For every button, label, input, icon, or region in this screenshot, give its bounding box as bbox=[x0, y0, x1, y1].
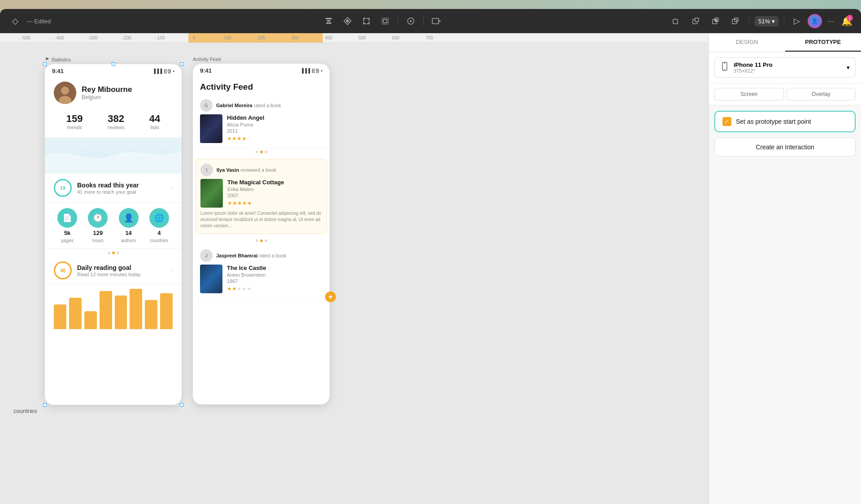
daily-goal-title: Daily reading goal bbox=[77, 264, 131, 271]
canvas-area[interactable]: -500 -400 -300 -200 -100 0 100 200 300 4… bbox=[0, 33, 709, 504]
overlay-button[interactable]: Overlay bbox=[787, 88, 856, 100]
canvas-viewport[interactable]: countries ⚑ Statistics bbox=[0, 43, 709, 504]
activity-user-2: I Ilya Vasin reviewed a book bbox=[200, 164, 322, 176]
activity-dot-5 bbox=[260, 239, 263, 242]
stat-lists: 44 lists bbox=[149, 113, 160, 130]
view-type-buttons: Screen Overlay bbox=[709, 83, 861, 105]
frame-statistics[interactable]: ⚑ Statistics 9:41 ▐▐ bbox=[45, 56, 182, 405]
pages-icon[interactable]: 📄 bbox=[57, 208, 77, 228]
ruler-tick: 200 bbox=[244, 35, 278, 40]
activity-dots-1 bbox=[193, 148, 330, 156]
countries-label-text: countries bbox=[150, 238, 169, 243]
hours-stat: 🕐 129 hours bbox=[88, 208, 108, 243]
profile-section: Rey Mibourne Belgium bbox=[45, 76, 182, 109]
home-icon[interactable]: ◇ bbox=[7, 13, 23, 29]
activity-dot-1 bbox=[256, 151, 258, 153]
reading-goal: 19 Books read this year 41 more to reach… bbox=[45, 174, 182, 203]
hidden-angel-year: 2011 bbox=[227, 128, 322, 134]
resize-tool-icon[interactable] bbox=[428, 13, 444, 29]
zoom-selector[interactable]: 51% ▾ bbox=[755, 16, 778, 26]
prototype-start-label: Set as prototype start point bbox=[736, 118, 811, 125]
handle-bl[interactable] bbox=[43, 403, 47, 407]
prototype-start-point[interactable]: ✓ Set as prototype start point bbox=[714, 111, 856, 132]
profile-avatar bbox=[54, 82, 76, 104]
selection-tool-icon[interactable] bbox=[377, 13, 393, 29]
status-time: 9:41 bbox=[52, 68, 64, 74]
ruler-tick: 600 bbox=[379, 35, 413, 40]
boolean-intersect-icon[interactable] bbox=[708, 13, 724, 29]
countries-icon[interactable]: 🌐 bbox=[149, 208, 169, 228]
profile-name: Rey Mibourne bbox=[82, 85, 132, 94]
statistics-frame-label: ⚑ Statistics bbox=[45, 56, 182, 62]
magical-cottage-author: Erika Mateo bbox=[227, 187, 322, 192]
more-button[interactable]: ··· bbox=[826, 15, 836, 28]
panel-tabs: DESIGN PROTOTYPE bbox=[709, 33, 861, 52]
frame-activity[interactable]: Activity Feed 9:41 ▐▐▐ ((·)) ▪ bbox=[193, 56, 330, 404]
daily-goal-info: Daily reading goal Read 12 more minutes … bbox=[77, 264, 140, 277]
ice-castle-cover bbox=[200, 265, 222, 293]
tab-design[interactable]: DESIGN bbox=[709, 33, 785, 52]
boolean-subtract-icon[interactable] bbox=[688, 13, 704, 29]
goal-title: Books read this year bbox=[77, 182, 139, 189]
daily-chevron-right-icon[interactable]: › bbox=[171, 267, 173, 274]
statistics-frame-content: 9:41 ▐▐▐ ((·)) ▪ bbox=[45, 64, 182, 405]
activity-item-3: J Jaspreet Bhamrai rated a book The Ice … bbox=[193, 245, 330, 298]
activity-signal-icon: ▐▐▐ bbox=[300, 68, 310, 73]
align-distribute-icon[interactable] bbox=[321, 13, 337, 29]
handle-br[interactable] bbox=[180, 403, 183, 407]
component-icon[interactable] bbox=[339, 13, 356, 29]
activity-frame-label: Activity Feed bbox=[193, 56, 330, 62]
svg-rect-29 bbox=[724, 63, 726, 64]
device-name: iPhone 11 Pro bbox=[734, 61, 842, 68]
activity-status-bar: 9:41 ▐▐▐ ((·)) ▪ bbox=[193, 64, 330, 76]
hours-number: 129 bbox=[93, 230, 103, 236]
handle-tr[interactable] bbox=[180, 62, 183, 66]
gabriel-avatar: G bbox=[200, 99, 213, 112]
bar-3 bbox=[84, 311, 97, 329]
separator-4 bbox=[784, 16, 784, 26]
prototype-checkbox[interactable]: ✓ bbox=[722, 117, 731, 126]
hidden-angel-info: Hidden Angel Alicia Puma 2011 ★★★★☆ bbox=[227, 114, 322, 143]
hours-label: hours bbox=[92, 238, 104, 243]
play-button[interactable]: ▷ bbox=[790, 14, 804, 28]
device-frame-icon bbox=[720, 62, 729, 73]
boolean-exclude-icon[interactable] bbox=[727, 13, 744, 29]
screen-button[interactable]: Screen bbox=[714, 88, 784, 100]
ruler-tick: 500 bbox=[345, 35, 379, 40]
handle-tm[interactable] bbox=[112, 62, 115, 66]
bar-7 bbox=[145, 300, 157, 329]
hours-icon[interactable]: 🕐 bbox=[88, 208, 108, 228]
notification-button[interactable]: 🔔 1 bbox=[839, 14, 854, 28]
book-row-2: The Magical Cottage Erika Mateo 2007 ★★★… bbox=[200, 179, 322, 208]
ruler-tick: 100 bbox=[211, 35, 244, 40]
edited-label: — Edited bbox=[27, 18, 51, 25]
activity-dot-4 bbox=[256, 239, 258, 242]
countries-stat: 🌐 4 countries bbox=[149, 208, 169, 243]
user-avatar[interactable]: 👤 bbox=[808, 14, 822, 28]
ice-castle-stars: ★★★★★ bbox=[227, 286, 322, 292]
tab-prototype[interactable]: PROTOTYPE bbox=[785, 33, 861, 52]
add-connection-button[interactable]: + bbox=[325, 291, 336, 302]
handle-tl[interactable] bbox=[43, 62, 47, 66]
pages-stat: 📄 5k pages bbox=[57, 208, 77, 243]
wifi-icon: ((·)) bbox=[164, 69, 171, 74]
icon-row: 📄 5k pages 🕐 129 hours bbox=[45, 203, 182, 249]
pen-tool-icon[interactable] bbox=[403, 13, 419, 29]
device-select-button[interactable]: iPhone 11 Pro 375×812* ▾ bbox=[714, 57, 856, 78]
ruler-tick: 300 bbox=[278, 35, 312, 40]
create-interaction-button[interactable]: Create an Interaction bbox=[714, 138, 856, 156]
stats-row: 159 friends 382 reviews 44 lists bbox=[45, 109, 182, 138]
magical-cottage-year: 2007 bbox=[227, 193, 322, 198]
ruler-tick: 400 bbox=[312, 35, 345, 40]
boolean-union-icon[interactable] bbox=[668, 13, 684, 29]
svg-rect-11 bbox=[382, 18, 388, 24]
status-icons: ▐▐▐ ((·)) ▪ bbox=[152, 69, 174, 74]
ice-castle-author: Anton Brownstein bbox=[227, 272, 322, 278]
bar-6 bbox=[130, 289, 142, 329]
authors-icon[interactable]: 👤 bbox=[119, 208, 139, 228]
ruler-tick: -200 bbox=[110, 35, 144, 40]
frame-tool-icon[interactable] bbox=[358, 13, 374, 29]
chevron-right-icon[interactable]: › bbox=[171, 185, 173, 191]
bar-chart bbox=[45, 284, 182, 329]
ruler-tick: -500 bbox=[9, 35, 43, 40]
